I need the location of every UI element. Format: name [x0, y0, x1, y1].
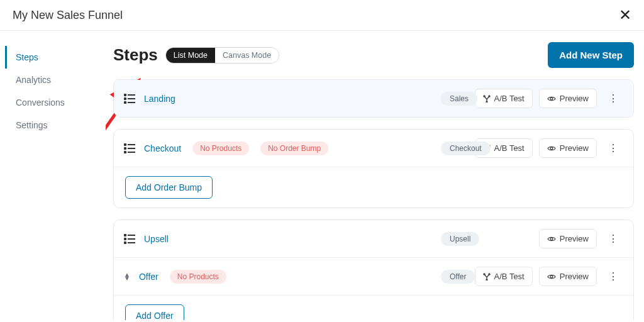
view-mode-toggle: List Mode Canvas Mode [165, 47, 279, 64]
sidebar-item-settings[interactable]: Settings [5, 114, 106, 136]
step-name-link[interactable]: Checkout [144, 143, 181, 153]
step-type-tag: Offer [441, 270, 475, 284]
svg-point-27 [550, 238, 553, 240]
sidebar: Steps Analytics Conversions Settings [0, 31, 106, 320]
list-icon [124, 94, 135, 104]
warning-tag: No Order Bump [260, 142, 328, 155]
svg-point-13 [125, 147, 126, 149]
svg-point-23 [125, 238, 126, 240]
svg-point-28 [484, 274, 485, 275]
more-menu-icon[interactable]: ⋮ [603, 230, 623, 247]
list-icon [124, 234, 135, 244]
svg-point-21 [125, 234, 126, 236]
more-menu-icon[interactable]: ⋮ [603, 90, 623, 107]
preview-button[interactable]: Preview [539, 229, 597, 248]
split-icon [483, 95, 491, 103]
canvas-mode-tab[interactable]: Canvas Mode [215, 48, 279, 63]
preview-button[interactable]: Preview [539, 138, 597, 158]
steps-heading: Steps [113, 45, 158, 65]
eye-icon [547, 96, 556, 102]
reorder-icon[interactable]: ▲ ▼ [124, 273, 130, 280]
sidebar-item-analytics[interactable]: Analytics [5, 69, 106, 91]
close-icon[interactable]: ✕ [619, 8, 631, 23]
svg-point-8 [489, 96, 490, 97]
step-name-link[interactable]: Upsell [144, 234, 169, 244]
ab-test-button[interactable]: A/B Test [475, 267, 533, 286]
page-title: My New Sales Funnel [13, 9, 123, 22]
more-menu-icon[interactable]: ⋮ [603, 268, 623, 285]
list-icon [124, 143, 135, 153]
add-offer-button[interactable]: Add Offer [125, 304, 184, 320]
step-card: Upsell Upsell Preview ⋮ ▲ ▼ Offer No Pro… [113, 219, 634, 320]
step-name-link[interactable]: Landing [144, 94, 175, 104]
preview-button[interactable]: Preview [539, 267, 597, 286]
chevron-down-icon: ▼ [124, 277, 130, 280]
eye-icon [547, 145, 556, 152]
svg-point-1 [125, 94, 126, 96]
step-card: Checkout No Products No Order Bump Check… [113, 129, 634, 208]
sidebar-item-conversions[interactable]: Conversions [5, 91, 106, 114]
svg-point-3 [125, 97, 126, 99]
step-type-tag: Sales [441, 92, 477, 106]
svg-point-25 [125, 242, 126, 243]
warning-tag: No Products [170, 270, 226, 284]
step-name-link[interactable]: Offer [139, 272, 158, 282]
step-type-tag: Checkout [441, 142, 491, 155]
svg-point-7 [484, 96, 485, 97]
svg-point-31 [550, 275, 553, 278]
svg-point-15 [125, 151, 126, 153]
step-row-landing[interactable]: Landing Sales A/B Test Preview ⋮ [114, 80, 633, 117]
add-order-bump-button[interactable]: Add Order Bump [125, 176, 213, 199]
preview-button[interactable]: Preview [539, 89, 597, 108]
eye-icon [547, 236, 556, 242]
eye-icon [547, 274, 556, 280]
svg-point-30 [486, 279, 487, 280]
ab-test-button[interactable]: A/B Test [475, 89, 533, 108]
step-type-tag: Upsell [441, 232, 479, 246]
more-menu-icon[interactable]: ⋮ [603, 140, 623, 157]
step-card: Landing Sales A/B Test Preview ⋮ [113, 79, 634, 118]
warning-tag: No Products [192, 142, 249, 155]
step-row-offer[interactable]: ▲ ▼ Offer No Products Offer A/B Test Pre… [114, 257, 633, 295]
main-content: Steps List Mode Canvas Mode Add New Step… [106, 31, 644, 320]
svg-point-10 [550, 97, 553, 100]
sidebar-item-steps[interactable]: Steps [5, 46, 106, 69]
svg-point-20 [550, 147, 553, 150]
svg-point-9 [486, 101, 487, 103]
svg-point-5 [125, 101, 126, 103]
step-row-checkout[interactable]: Checkout No Products No Order Bump Check… [114, 130, 633, 167]
add-new-step-button[interactable]: Add New Step [548, 42, 634, 68]
list-mode-tab[interactable]: List Mode [166, 48, 215, 63]
svg-point-11 [125, 143, 126, 145]
split-icon [483, 273, 491, 280]
step-row-upsell[interactable]: Upsell Upsell Preview ⋮ [114, 220, 633, 257]
svg-point-29 [489, 274, 490, 275]
